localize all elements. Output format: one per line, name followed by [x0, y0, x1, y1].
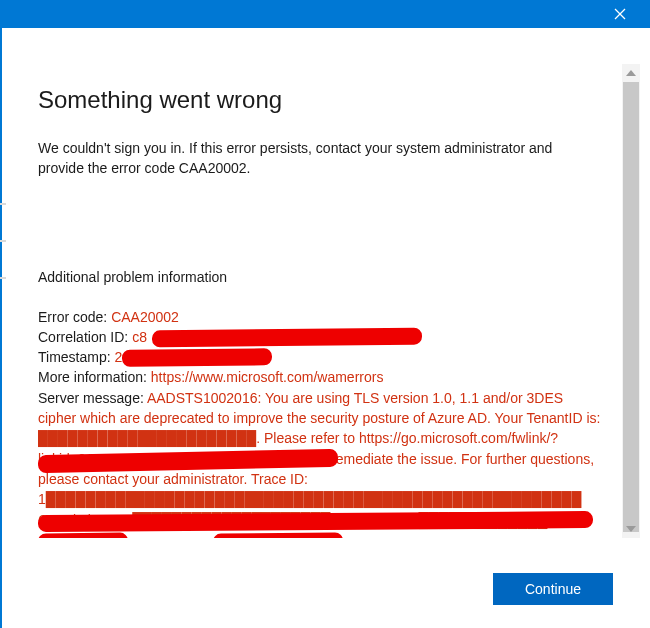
titlebar	[0, 0, 650, 28]
error-code-line: Error code: CAA20002	[38, 307, 602, 327]
redaction-bar	[213, 532, 343, 538]
window-left-border	[0, 25, 2, 628]
redaction-bar	[152, 327, 422, 347]
content-area: Something went wrong We couldn't sign yo…	[8, 28, 642, 628]
correlation-id-line: Correlation ID: c8	[38, 327, 602, 347]
intro-text: We couldn't sign you in. If this error p…	[38, 138, 598, 179]
dialog-body: Something went wrong We couldn't sign yo…	[38, 86, 602, 538]
timestamp-label: Timestamp:	[38, 349, 115, 365]
edge-tick	[0, 240, 6, 242]
edge-tick	[0, 203, 6, 205]
error-code-value: CAA20002	[111, 309, 179, 325]
close-button[interactable]	[604, 0, 636, 28]
error-code-label: Error code:	[38, 309, 111, 325]
continue-button[interactable]: Continue	[494, 574, 612, 604]
chevron-down-icon	[626, 526, 636, 532]
correlation-id-label: Correlation ID:	[38, 329, 132, 345]
redaction-bar	[122, 348, 272, 367]
timestamp-line: Timestamp: 2	[38, 347, 602, 367]
more-info-line: More information: https://www.microsoft.…	[38, 367, 602, 387]
more-info-link[interactable]: https://www.microsoft.com/wamerrors	[151, 369, 384, 385]
more-info-label: More information:	[38, 369, 151, 385]
dialog-window: Something went wrong We couldn't sign yo…	[0, 0, 650, 628]
edge-tick	[0, 277, 6, 279]
server-message-label: Server message:	[38, 390, 147, 406]
additional-info-title: Additional problem information	[38, 269, 602, 285]
chevron-up-icon	[626, 70, 636, 76]
server-message-line: Server message: AADSTS1002016: You are u…	[38, 388, 602, 530]
redaction-bar	[38, 532, 128, 538]
page-title: Something went wrong	[38, 86, 602, 114]
dialog-footer: Continue	[494, 574, 612, 604]
scrollbar-up-button[interactable]	[622, 64, 640, 82]
redaction-bar	[38, 511, 593, 532]
scrollbar-down-button[interactable]	[622, 520, 640, 538]
close-icon	[614, 8, 626, 20]
correlation-id-value: c8	[132, 329, 147, 345]
scrollbar-thumb[interactable]	[623, 82, 639, 532]
problem-details: Error code: CAA20002 Correlation ID: c8 …	[38, 307, 602, 530]
